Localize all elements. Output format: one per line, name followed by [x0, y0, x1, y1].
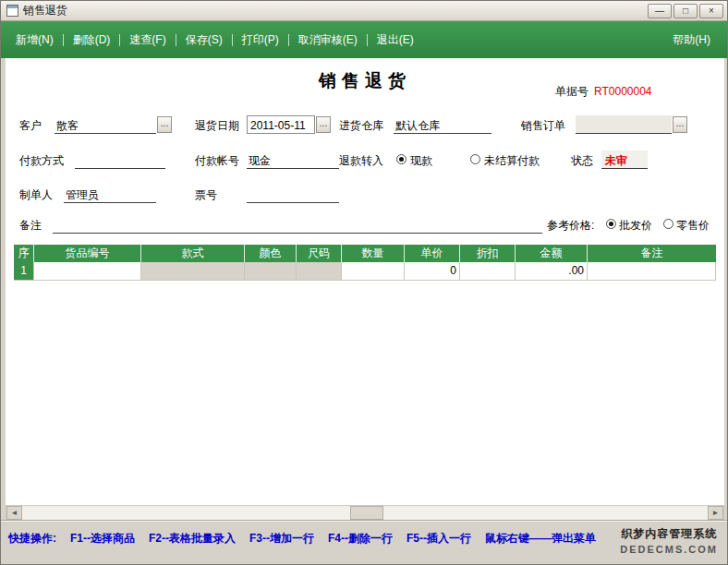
grid-header-remark: 备注	[588, 245, 716, 262]
date-picker-button[interactable]: ...	[316, 116, 331, 133]
grid-header-unit-price: 单价	[405, 245, 460, 262]
grid-header-size: 尺码	[297, 245, 342, 262]
refund-unsettled-radio[interactable]	[470, 154, 480, 164]
grid-header-row: 序 货品编号 款式 颜色 尺码 数量 单价 折扣 金额 备注	[14, 245, 716, 262]
refund-cash-radio[interactable]	[396, 154, 406, 164]
grid-header-item-code: 货品编号	[34, 245, 141, 262]
form-row-2: 付款方式 付款帐号 现金 退款转入 现款 未结算付款 状态 未审	[6, 150, 724, 173]
grid-cell-unit-price[interactable]: 0	[405, 262, 460, 281]
form-row-1: 客户 散客 ... 退货日期 2011-05-11 ... 进货仓库 默认仓库 …	[6, 115, 724, 138]
grid-header-amount: 金额	[516, 245, 588, 262]
shortcut-f2: F2--表格批量录入	[149, 531, 236, 547]
statusbar: 快捷操作: F1--选择商品 F2--表格批量录入 F3--增加一行 F4--删…	[1, 521, 727, 564]
shortcut-f5: F5--插入一行	[406, 531, 471, 547]
window-title: 销售退货	[23, 3, 67, 18]
grid-cell-remark[interactable]	[588, 262, 716, 281]
grid-header-seq: 序	[14, 245, 34, 262]
sales-order-picker-button[interactable]: ...	[673, 116, 687, 133]
titlebar: 销售退货 — □ ×	[1, 1, 727, 21]
scroll-right-arrow-icon[interactable]: ►	[708, 506, 723, 520]
ref-price-retail-label: 零售价	[676, 218, 710, 234]
customer-input[interactable]: 散客	[55, 115, 156, 134]
watermark-title: 织梦内容管理系统	[620, 526, 718, 542]
maker-input[interactable]: 管理员	[64, 185, 156, 203]
shortcut-hints-label: 快捷操作:	[8, 531, 56, 547]
return-date-input[interactable]: 2011-05-11	[247, 115, 315, 134]
refund-cash-option-label: 现款	[410, 153, 432, 169]
toolbar-new-button[interactable]: 新增(N)	[6, 32, 63, 48]
toolbar-save-button[interactable]: 保存(S)	[176, 32, 232, 48]
grid-header-color: 颜色	[245, 245, 297, 262]
ticket-no-input[interactable]	[247, 185, 339, 203]
ref-price-label: 参考价格:	[547, 218, 594, 234]
status-label: 状态	[571, 153, 593, 169]
horizontal-scrollbar[interactable]: ◄ ►	[6, 505, 724, 521]
payment-method-label: 付款方式	[19, 153, 64, 169]
grid-cell-amount[interactable]: .00	[516, 262, 588, 281]
form-row-4: 备注 参考价格: 批发价 零售价	[6, 215, 724, 237]
payment-account-input[interactable]: 现金	[247, 150, 339, 169]
grid-cell-color[interactable]	[245, 262, 297, 281]
doc-number: 单据号RT0000004	[555, 84, 652, 100]
ticket-no-label: 票号	[195, 187, 217, 203]
sales-order-input[interactable]	[576, 115, 672, 134]
form-area: 销售退货 单据号RT0000004 客户 散客 ... 退货日期 2011-05…	[6, 58, 724, 505]
remark-label: 备注	[19, 218, 42, 234]
shortcut-mouse-right: 鼠标右键——弹出菜单	[485, 531, 596, 547]
shortcut-f4: F4--删除一行	[328, 531, 393, 547]
toolbar-delete-button[interactable]: 删除(D)	[64, 32, 120, 48]
grid-cell-qty[interactable]	[342, 262, 405, 281]
toolbar-quickfind-button[interactable]: 速查(F)	[120, 32, 175, 48]
payment-account-label: 付款帐号	[195, 153, 239, 169]
ref-price-wholesale-label: 批发价	[619, 218, 652, 234]
window-controls: — □ ×	[648, 4, 723, 18]
doc-number-label: 单据号	[555, 85, 588, 98]
toolbar: 新增(N) 删除(D) 速查(F) 保存(S) 打印(P) 取消审核(E) 退出…	[1, 21, 727, 58]
warehouse-input[interactable]: 默认仓库	[394, 115, 491, 134]
grid-header-style: 款式	[141, 245, 245, 262]
shortcut-hints: 快捷操作: F1--选择商品 F2--表格批量录入 F3--增加一行 F4--删…	[8, 531, 720, 547]
scrollbar-thumb[interactable]	[350, 506, 383, 520]
maker-label: 制单人	[19, 187, 53, 203]
customer-picker-button[interactable]: ...	[157, 116, 172, 133]
status-badge: 未审	[601, 150, 648, 169]
grid-cell-size[interactable]	[297, 262, 342, 281]
customer-label: 客户	[19, 118, 42, 134]
refund-unsettled-option-label: 未结算付款	[484, 153, 540, 169]
minimize-button[interactable]: —	[648, 4, 672, 18]
grid-cell-style[interactable]	[141, 262, 245, 281]
watermark: 织梦内容管理系统 DEDECMS.COM	[620, 526, 718, 555]
grid-cell-item-code[interactable]	[34, 262, 141, 281]
grid-cell-discount[interactable]	[460, 262, 516, 281]
shortcut-f3: F3--增加一行	[249, 531, 314, 547]
toolbar-help-button[interactable]: 帮助(H)	[661, 32, 722, 48]
close-button[interactable]: ×	[699, 4, 723, 18]
sales-order-label: 销售订单	[521, 118, 565, 134]
remark-input[interactable]	[53, 215, 542, 234]
scroll-left-arrow-icon[interactable]: ◄	[6, 506, 22, 520]
watermark-domain: DEDECMS.COM	[620, 544, 718, 555]
detail-grid: 序 货品编号 款式 颜色 尺码 数量 单价 折扣 金额 备注 1 0 .	[14, 245, 716, 281]
form-row-3: 制单人 管理员 票号	[6, 185, 724, 207]
app-icon	[6, 5, 18, 17]
warehouse-label: 进货仓库	[339, 118, 383, 134]
grid-row-seq[interactable]: 1	[14, 262, 34, 281]
doc-number-value: RT0000004	[594, 85, 652, 98]
toolbar-cancel-audit-button[interactable]: 取消审核(E)	[289, 32, 367, 48]
app-window: 销售退货 — □ × 新增(N) 删除(D) 速查(F) 保存(S) 打印(P)…	[0, 0, 728, 565]
refund-to-label: 退款转入	[339, 153, 383, 169]
grid-row: 1 0 .00	[14, 262, 716, 281]
toolbar-exit-button[interactable]: 退出(E)	[368, 32, 423, 48]
shortcut-f1: F1--选择商品	[70, 531, 135, 547]
grid-header-discount: 折扣	[460, 245, 516, 262]
grid-header-qty: 数量	[342, 245, 405, 262]
return-date-label: 退货日期	[195, 118, 239, 134]
toolbar-print-button[interactable]: 打印(P)	[233, 32, 288, 48]
maximize-button[interactable]: □	[673, 4, 698, 18]
payment-method-input[interactable]	[75, 150, 165, 169]
ref-price-wholesale-radio[interactable]	[606, 219, 616, 229]
ref-price-retail-radio[interactable]	[663, 219, 673, 229]
